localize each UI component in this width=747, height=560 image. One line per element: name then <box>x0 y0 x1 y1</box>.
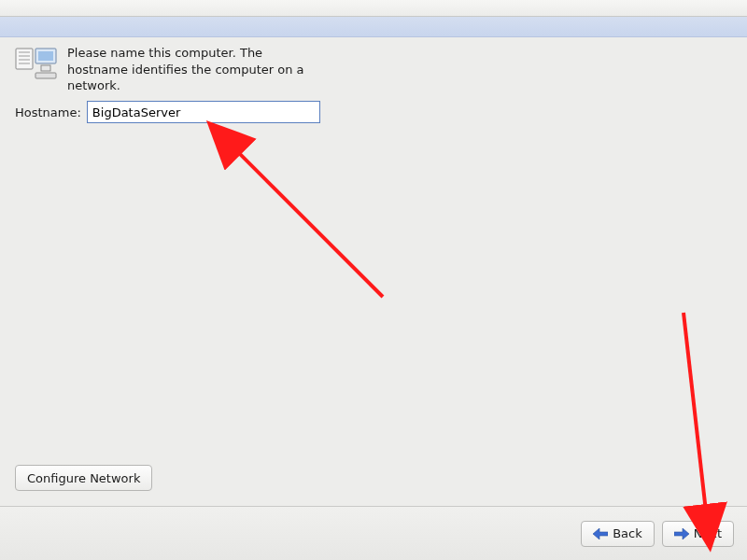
computer-network-icon <box>15 47 58 82</box>
svg-rect-6 <box>38 51 53 61</box>
configure-network-label: Configure Network <box>27 471 140 485</box>
next-label: Next <box>694 526 722 540</box>
hostname-input[interactable] <box>87 101 320 123</box>
back-label: Back <box>613 526 642 540</box>
toolbar-strip <box>0 17 747 37</box>
installer-page: Please name this computer. The hostname … <box>0 37 747 506</box>
instruction-text: Please name this computer. The hostname … <box>67 45 310 94</box>
svg-rect-2 <box>19 55 30 57</box>
arrow-right-icon <box>674 528 689 539</box>
svg-rect-8 <box>35 73 56 78</box>
back-button[interactable]: Back <box>581 521 655 547</box>
svg-rect-4 <box>19 63 30 64</box>
hostname-row: Hostname: <box>15 101 320 123</box>
instruction-row: Please name this computer. The hostname … <box>15 45 310 94</box>
configure-network-button[interactable]: Configure Network <box>15 465 152 491</box>
window-titlebar-strip <box>0 0 747 17</box>
svg-rect-1 <box>19 51 30 53</box>
hostname-label: Hostname: <box>15 105 81 119</box>
wizard-footer: Back Next <box>0 506 747 560</box>
arrow-left-icon <box>593 528 608 539</box>
next-button[interactable]: Next <box>662 521 734 547</box>
svg-rect-3 <box>19 59 30 61</box>
svg-rect-7 <box>41 65 50 71</box>
